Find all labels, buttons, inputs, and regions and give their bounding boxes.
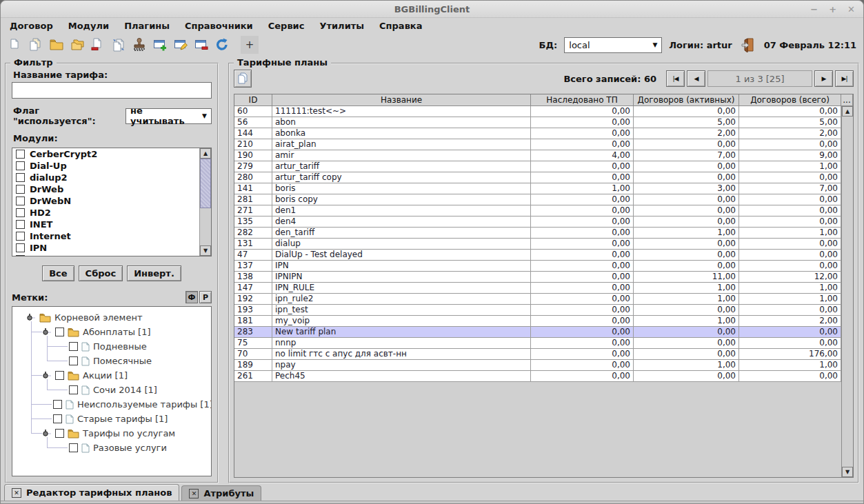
checkbox-icon[interactable] [69,443,78,452]
copy-button[interactable] [234,70,252,88]
table-row[interactable]: 190amir4,007,009,00 [234,150,841,161]
menu-item-3[interactable]: Плагины [117,21,177,31]
table-row[interactable]: 282den_tariff0,001,001,00 [234,228,841,239]
menu-item-7[interactable]: Справка [372,21,430,31]
title-bar[interactable]: BGBillingClient −+✕ [1,1,863,18]
table-row[interactable]: 60111111:test<~>0,000,000,00 [234,106,841,117]
tree-item[interactable]: Тарифы по услугам [12,426,211,441]
scroll-up-icon[interactable]: ▲ [200,148,211,159]
menu-item-6[interactable]: Утилиты [312,21,372,31]
tree-item[interactable]: Акции [1] [12,368,211,383]
table-row[interactable]: 283New tariff plan0,000,000,00 [234,327,841,338]
table-row[interactable]: 137IPN0,000,000,00 [234,261,841,272]
menu-item-4[interactable]: Справочники [177,21,261,31]
tree-item[interactable]: Сочи 2014 [1] [12,383,211,397]
open-document-icon[interactable] [27,36,45,54]
db-select[interactable]: local ▼ [564,37,662,53]
delete-document-icon[interactable] [89,36,107,54]
tree-expand-handle-icon[interactable] [42,327,52,337]
select-all-button[interactable]: Все [42,265,74,281]
tree-expand-handle-icon[interactable] [26,313,36,323]
scrollbar-thumb[interactable] [200,159,211,208]
reset-button[interactable]: Сброс [79,265,123,281]
module-list-item[interactable]: INET [12,219,199,230]
tab-close-icon[interactable]: ✕ [189,489,199,498]
checkbox-icon[interactable] [55,371,64,380]
menu-item-5[interactable]: Сервис [261,21,312,31]
module-list-item[interactable]: HD2 [12,207,199,219]
table-row[interactable]: 131dialup0,000,000,00 [234,239,841,250]
tab-1[interactable]: ✕Редактор тарифных планов [4,484,179,501]
add-window-icon[interactable] [151,36,169,54]
invert-button[interactable]: Инверт. [127,265,181,281]
scroll-up-icon[interactable]: ▲ [842,106,853,117]
logout-door-icon[interactable] [739,36,757,54]
tab-close-icon[interactable]: ✕ [12,488,21,498]
checkbox-icon[interactable] [16,150,25,159]
tree-item[interactable]: Подневные [12,339,211,354]
tree-expand-handle-icon[interactable] [42,429,52,439]
checkbox-icon[interactable] [16,173,25,182]
checkbox-icon[interactable] [16,185,25,194]
tab-2[interactable]: ✕Атрибуты [181,485,261,501]
module-list-item[interactable] [12,254,199,256]
column-header-2[interactable]: Название [272,94,531,106]
page-prev-button[interactable]: ◀ [687,70,705,87]
table-row[interactable]: 261Pech450,000,000,00 [234,371,841,382]
table-row[interactable]: 193ipn_test0,000,000,00 [234,305,841,316]
usage-flag-select[interactable]: не учитывать ▼ [125,108,212,124]
tree-item[interactable]: Помесячные [12,354,211,368]
stamp-icon[interactable] [130,36,148,54]
refresh-icon[interactable] [213,36,231,54]
table-row[interactable]: 144abonka0,002,002,00 [234,128,841,139]
module-list-item[interactable]: CerberCrypt2 [12,148,199,160]
column-header-more[interactable]: ... [841,94,853,106]
column-header-3[interactable]: Наследовано ТП [531,94,634,106]
table-row[interactable]: 181my_voip0,001,002,00 [234,316,841,327]
module-list-item[interactable]: Dial-Up [12,160,199,172]
page-first-button[interactable]: |◀ [666,70,685,87]
minimize-button[interactable]: − [810,4,818,14]
module-list-item[interactable]: DrWeb [12,183,199,195]
column-header-1[interactable]: ID [234,94,272,106]
tree-expand-handle-icon[interactable] [42,371,52,381]
module-list-item[interactable]: dialup2 [12,172,199,183]
checkbox-icon[interactable] [16,243,25,252]
labels-filter-button-Р[interactable]: Р [199,291,212,303]
checkbox-icon[interactable] [53,400,62,409]
modules-scrollbar[interactable]: ▲ ▼ [199,148,211,256]
page-next-button[interactable]: ▶ [814,70,833,87]
table-row[interactable]: 279artur_tariff0,000,001,00 [234,161,841,172]
copy-folder-icon[interactable] [68,36,86,54]
checkbox-icon[interactable] [16,161,25,170]
module-list-item[interactable]: IPN [12,242,199,254]
module-list-item[interactable]: DrWebN [12,195,199,207]
table-row[interactable]: 210airat_plan0,000,000,00 [234,139,841,150]
table-row[interactable]: 192ipn_rule20,001,001,00 [234,294,841,305]
tree-item[interactable]: Корневой элемент [12,310,211,325]
checkbox-icon[interactable] [55,327,64,336]
checkbox-icon[interactable] [69,385,78,394]
table-row[interactable]: 138IPNIPN0,0011,0012,00 [234,272,841,283]
table-row[interactable]: 281boris copy0,000,000,00 [234,194,841,205]
maximize-button[interactable]: + [829,4,836,14]
table-row[interactable]: 280artur_tariff copy0,000,000,00 [234,172,841,183]
table-row[interactable]: 271den10,000,000,00 [234,205,841,216]
column-header-5[interactable]: Договоров (всего) [739,94,841,106]
table-row[interactable]: 70no limit гтс с апус для асвт-нн0,000,0… [234,349,841,360]
checkbox-icon[interactable] [16,255,25,256]
scroll-down-icon[interactable]: ▼ [842,467,853,477]
tree-item[interactable]: Старые тарифы [1] [12,412,211,426]
tree-item[interactable]: Неиспользуемые тарифы [1] [12,397,211,412]
table-scrollbar[interactable]: ▲ ▼ [841,106,853,477]
labels-filter-button-Ф[interactable]: Ф [185,291,198,303]
checkbox-icon[interactable] [69,356,78,365]
tariff-name-input[interactable] [12,82,212,99]
module-list-item[interactable]: Internet [12,230,199,242]
checkbox-icon[interactable] [16,232,25,241]
edit-window-icon[interactable] [172,36,190,54]
remove-window-icon[interactable] [192,36,210,54]
tree-item[interactable]: Разовые услуги [12,441,211,455]
checkbox-icon[interactable] [53,414,62,423]
checkbox-icon[interactable] [16,220,25,229]
